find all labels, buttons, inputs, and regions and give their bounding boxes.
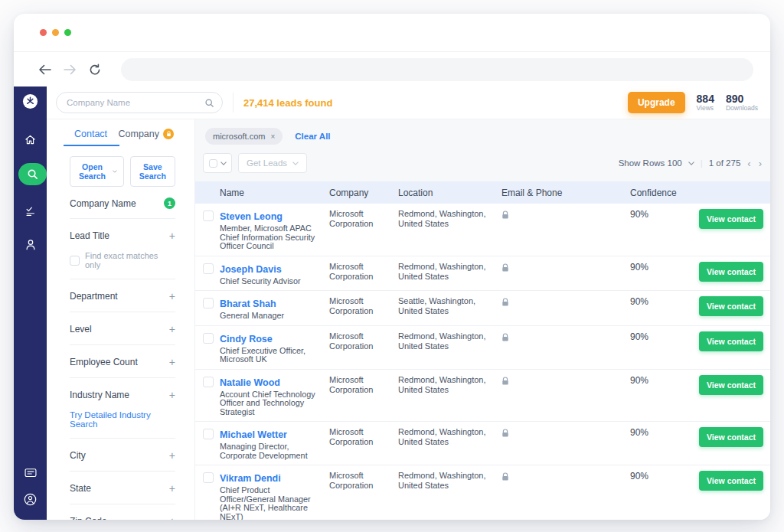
- home-icon[interactable]: [14, 133, 47, 146]
- table-header: Name Company Location Email & Phone Conf…: [195, 181, 770, 204]
- expand-icon: +: [169, 449, 175, 462]
- app-logo-icon[interactable]: [22, 93, 38, 113]
- filter-chip-microsoft[interactable]: microsoft.com ×: [205, 128, 283, 145]
- contact-name-link[interactable]: Joseph Davis: [220, 264, 282, 275]
- upgrade-button[interactable]: Upgrade: [628, 92, 685, 113]
- leads-found-count: 27,414 leads found: [243, 97, 332, 109]
- row-checkbox[interactable]: [203, 333, 214, 344]
- view-contact-button[interactable]: View contact: [699, 296, 763, 316]
- chat-icon[interactable]: [24, 468, 37, 482]
- filter-company-name[interactable]: Company Name 1: [70, 187, 175, 218]
- detailed-industry-search-link[interactable]: Try Detailed Industry Search: [70, 410, 175, 438]
- lock-icon: [501, 375, 630, 389]
- view-contact-button[interactable]: View contact: [699, 209, 763, 229]
- row-checkbox[interactable]: [203, 377, 214, 387]
- clear-all-link[interactable]: Clear All: [295, 132, 330, 141]
- contact-name-link[interactable]: Steven Leong: [220, 211, 283, 222]
- downloads-label: Downloads: [726, 105, 758, 112]
- url-bar[interactable]: [121, 58, 753, 81]
- location-cell: Redmond, Washington, United States: [398, 331, 501, 351]
- contact-title: Chief Executive Officer, Microsoft UK: [220, 347, 329, 364]
- expand-icon: +: [169, 356, 175, 368]
- contact-name-link[interactable]: Michael Wetter: [220, 429, 287, 440]
- row-checkbox[interactable]: [203, 211, 214, 221]
- contact-title: Member, Microsoft APAC Chief Information…: [220, 224, 329, 251]
- filter-state[interactable]: State +: [70, 472, 175, 504]
- contact-name-link[interactable]: Vikram Dendi: [220, 473, 281, 484]
- close-window-icon[interactable]: [40, 29, 47, 36]
- filter-level[interactable]: Level +: [70, 312, 175, 344]
- expand-icon: +: [169, 323, 175, 335]
- contact-name-link[interactable]: Bharat Shah: [220, 299, 276, 309]
- company-cell: Microsoft Corporation: [329, 471, 398, 491]
- contacts-icon[interactable]: [14, 238, 47, 251]
- tab-contact[interactable]: Contact: [74, 129, 107, 146]
- row-checkbox[interactable]: [203, 298, 214, 308]
- confidence-value: 90%: [630, 375, 699, 386]
- contact-title: Chief Product Officer/General Manager (A…: [220, 486, 329, 520]
- contact-name-link[interactable]: Cindy Rose: [220, 334, 273, 344]
- company-cell: Microsoft Corporation: [329, 427, 398, 447]
- view-contact-button[interactable]: View contact: [699, 262, 763, 282]
- downloads-value: 890: [726, 93, 758, 105]
- row-checkbox[interactable]: [203, 429, 214, 439]
- filter-employee-count[interactable]: Employee Count +: [70, 345, 175, 377]
- filter-city[interactable]: City +: [70, 439, 175, 471]
- views-value: 884: [697, 93, 714, 105]
- col-company: Company: [329, 188, 398, 198]
- location-cell: Redmond, Washington, United States: [398, 262, 501, 282]
- row-checkbox[interactable]: [203, 263, 214, 274]
- results-area: microsoft.com × Clear All Get Leads: [195, 119, 770, 520]
- filter-zip-code[interactable]: Zip Code +: [70, 504, 175, 520]
- select-all-dropdown[interactable]: [203, 153, 232, 173]
- get-leads-button[interactable]: Get Leads: [238, 153, 307, 173]
- lock-icon: [501, 209, 630, 223]
- filter-industry-name[interactable]: Industry Name +: [70, 378, 175, 410]
- tab-company[interactable]: Company: [119, 129, 175, 146]
- confidence-value: 90%: [630, 262, 699, 273]
- chevron-down-icon: [220, 162, 227, 165]
- company-search-input[interactable]: [67, 98, 204, 107]
- forward-icon[interactable]: [64, 64, 77, 75]
- view-contact-button[interactable]: View contact: [699, 427, 763, 447]
- exact-match-checkbox[interactable]: [70, 256, 80, 266]
- col-location: Location: [398, 188, 501, 198]
- show-rows-select[interactable]: Show Rows 100: [619, 158, 682, 168]
- table-row: Vikram Dendi Chief Product Officer/Gener…: [195, 465, 770, 520]
- exact-match-option[interactable]: Find exact matches only: [70, 251, 175, 279]
- expand-icon: +: [169, 389, 175, 401]
- minimize-window-icon[interactable]: [52, 29, 59, 36]
- back-icon[interactable]: [38, 64, 51, 75]
- window-titlebar: [14, 14, 770, 52]
- traffic-lights: [40, 29, 71, 36]
- next-page-icon[interactable]: ›: [758, 158, 763, 169]
- filter-department[interactable]: Department +: [70, 279, 175, 312]
- view-contact-button[interactable]: View contact: [699, 471, 763, 491]
- select-all-checkbox[interactable]: [209, 159, 217, 168]
- table-row: Natalie Wood Account Chief Technology Of…: [195, 370, 770, 423]
- prev-page-icon[interactable]: ‹: [746, 158, 751, 169]
- table-row: Steven Leong Member, Microsoft APAC Chie…: [195, 204, 770, 256]
- view-contact-button[interactable]: View contact: [699, 331, 763, 351]
- table-row: Bharat Shah General Manager Microsoft Co…: [195, 291, 770, 326]
- location-cell: Redmond, Washington, United States: [398, 375, 501, 395]
- account-icon[interactable]: [24, 493, 37, 509]
- col-confidence: Confidence: [630, 188, 699, 198]
- open-search-button[interactable]: Open Search: [70, 156, 124, 187]
- reload-icon[interactable]: [89, 64, 101, 76]
- filter-lead-title[interactable]: Lead Title +: [70, 219, 175, 251]
- zoom-window-icon[interactable]: [64, 29, 71, 36]
- lock-icon: [163, 129, 174, 139]
- saved-searches-icon[interactable]: [14, 206, 47, 217]
- view-contact-button[interactable]: View contact: [699, 375, 763, 395]
- location-cell: Redmond, Washington, United States: [398, 209, 501, 229]
- remove-chip-icon[interactable]: ×: [270, 132, 275, 141]
- confidence-value: 90%: [630, 427, 699, 438]
- contact-name-link[interactable]: Natalie Wood: [220, 377, 280, 388]
- save-search-button[interactable]: Save Search: [130, 156, 175, 187]
- search-nav-active[interactable]: [18, 163, 47, 185]
- company-search-field[interactable]: [56, 92, 223, 113]
- expand-icon: +: [169, 290, 175, 302]
- row-checkbox[interactable]: [203, 472, 214, 483]
- table-row: Cindy Rose Chief Executive Officer, Micr…: [195, 326, 770, 370]
